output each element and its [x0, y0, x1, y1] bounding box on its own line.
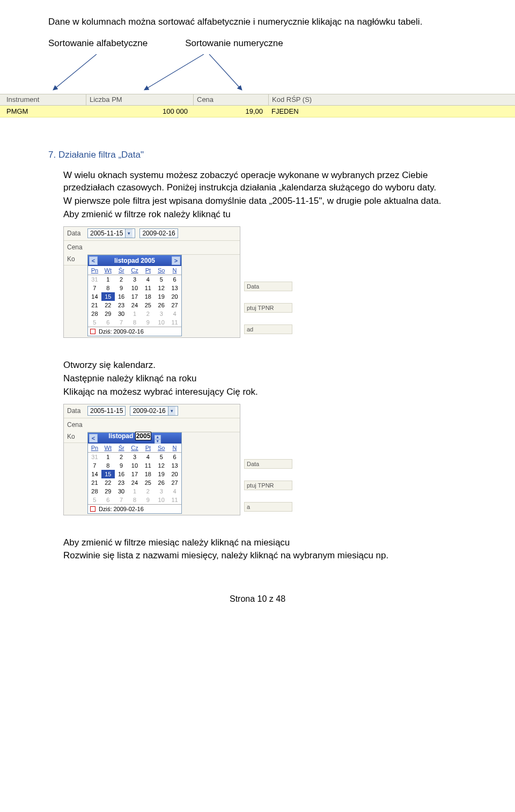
- today-marker-icon: [90, 329, 95, 334]
- col-instrument[interactable]: Instrument: [0, 94, 86, 105]
- table-row[interactable]: PMGM 100 000 19,00 FJEDEN: [0, 106, 515, 117]
- svg-line-1: [145, 54, 204, 90]
- col-cena[interactable]: Cena: [193, 94, 268, 105]
- sort-num-label: Sortowanie numeryczne: [185, 38, 283, 49]
- intro-paragraph: Dane w kolumnach można sortować alfabety…: [48, 16, 467, 28]
- cell-cena: 19,00: [193, 107, 268, 115]
- calendar-today-link[interactable]: Dziś: 2009-02-16: [88, 327, 181, 336]
- label-cena: Cena: [64, 243, 87, 251]
- p-b3: Aby zmienić w filtrze rok należy kliknąć…: [63, 209, 467, 221]
- prev-month-button[interactable]: <: [89, 256, 98, 265]
- calendar-grid[interactable]: 31123456 78910111213 14151617181920 2122…: [88, 275, 181, 327]
- chevron-down-icon[interactable]: ▾: [125, 229, 133, 238]
- p-b8: Rozwinie się lista z nazwami miesięcy, n…: [63, 550, 467, 562]
- calendar-day-headers: PnWtŚrCzPtSoN: [88, 266, 181, 275]
- calendar-today-link[interactable]: Dziś: 2009-02-16: [88, 504, 181, 513]
- side-labels: Data ptuj TPNR ad: [244, 282, 292, 346]
- calendar-title-year-edit[interactable]: listopad 2005 ▲▼: [98, 432, 172, 444]
- date-to-input[interactable]: 2009-02-16: [139, 228, 178, 238]
- cell-instrument: PMGM: [0, 107, 86, 115]
- date-from-input[interactable]: 2005-11-15: [87, 406, 126, 416]
- p-b2: W pierwsze pole filtra jest wpisana domy…: [63, 195, 467, 208]
- today-marker-icon: [90, 506, 95, 512]
- p-b6: Klikając na możesz wybrać interesujący C…: [63, 386, 467, 398]
- year-spinner[interactable]: ▲▼: [154, 435, 161, 444]
- calendar-popup[interactable]: < listopad 2005 ▲▼ > PnWtŚrCzPtSoN 31123…: [87, 432, 182, 514]
- section-7: 7. Działanie filtra „Data": [48, 150, 467, 160]
- cell-kod-rsp: FJEDEN: [268, 107, 515, 115]
- sort-arrows-diagram: [43, 54, 461, 92]
- svg-line-0: [54, 54, 97, 90]
- sort-alpha-label: Sortowanie alfabetyczne: [48, 38, 148, 49]
- page-footer: Strona 10 z 48: [48, 594, 467, 604]
- calendar-screenshot-2: Data 2005-11-15 2009-02-16▾ Cena < listo: [63, 404, 240, 515]
- p-b7: Aby zmienić w filtrze miesiąc należy kli…: [63, 537, 467, 549]
- p-b5: Następnie należy kliknąć na roku: [63, 373, 467, 385]
- calendar-popup[interactable]: < listopad 2005 > PnWtŚrCzPtSoN 31123456…: [87, 255, 182, 336]
- next-month-button[interactable]: >: [172, 256, 180, 265]
- p-b4: Otworzy się kalendarz.: [63, 359, 467, 372]
- p-b1: W wielu oknach systemu możesz zobaczyć o…: [63, 169, 467, 194]
- col-liczba-pm[interactable]: Liczba PM: [86, 94, 193, 105]
- svg-line-2: [209, 54, 241, 90]
- table-header-row: Instrument Liczba PM Cena Kod RŚP (S): [0, 94, 515, 106]
- year-spinner-value[interactable]: 2005: [135, 432, 152, 440]
- label-data: Data: [64, 230, 87, 237]
- date-from-input[interactable]: 2005-11-15▾: [87, 228, 135, 238]
- col-kod-rsp[interactable]: Kod RŚP (S): [268, 94, 515, 105]
- calendar-title[interactable]: listopad 2005: [98, 257, 172, 264]
- chevron-down-icon[interactable]: ▾: [168, 407, 175, 415]
- prev-month-button[interactable]: <: [89, 434, 98, 442]
- selected-day: 15: [101, 292, 115, 301]
- cell-liczba-pm: 100 000: [86, 107, 193, 115]
- label-ko: Ko: [64, 254, 87, 265]
- calendar-screenshot-1: Data 2005-11-15▾ 2009-02-16 Cena < listo: [63, 226, 240, 338]
- date-to-input[interactable]: 2009-02-16▾: [130, 406, 178, 416]
